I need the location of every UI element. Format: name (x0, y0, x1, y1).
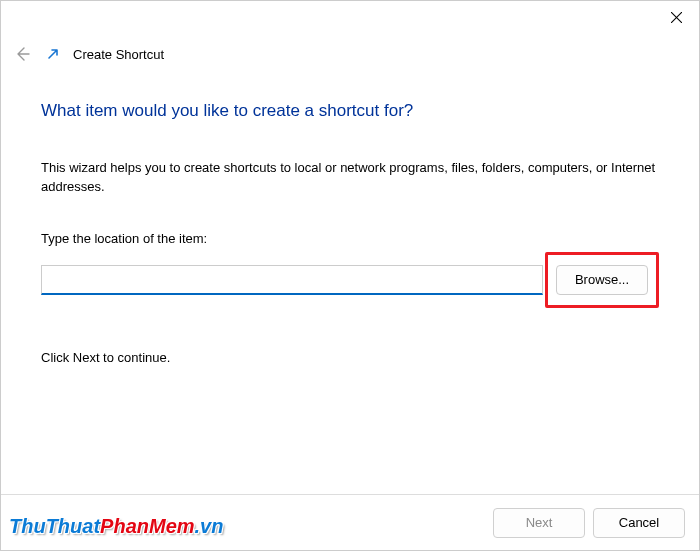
close-button[interactable] (653, 1, 699, 33)
location-row: Browse... (41, 252, 659, 308)
cancel-button[interactable]: Cancel (593, 508, 685, 538)
shortcut-icon (45, 46, 61, 62)
header-row: Create Shortcut (11, 43, 164, 65)
page-heading: What item would you like to create a sho… (41, 101, 659, 121)
back-arrow-icon (14, 46, 30, 62)
next-button: Next (493, 508, 585, 538)
dialog-title: Create Shortcut (73, 47, 164, 62)
location-input[interactable] (41, 265, 543, 295)
content-area: What item would you like to create a sho… (41, 101, 659, 365)
back-button[interactable] (11, 43, 33, 65)
browse-highlight: Browse... (545, 252, 659, 308)
continue-hint: Click Next to continue. (41, 350, 659, 365)
description-text: This wizard helps you to create shortcut… (41, 159, 659, 197)
location-label: Type the location of the item: (41, 231, 659, 246)
titlebar (1, 1, 699, 49)
browse-button[interactable]: Browse... (556, 265, 648, 295)
dialog-footer: Next Cancel (1, 494, 699, 550)
close-icon (671, 12, 682, 23)
create-shortcut-dialog: Create Shortcut What item would you like… (0, 0, 700, 551)
